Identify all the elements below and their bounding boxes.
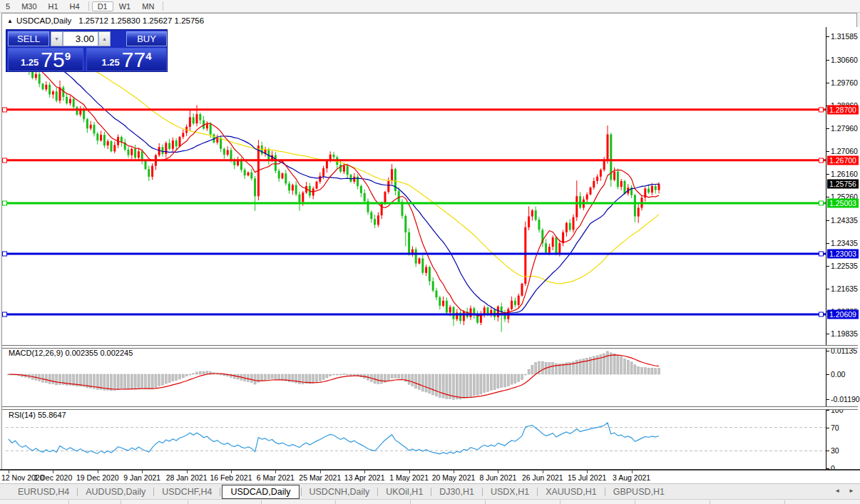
chart-tab-bar: EURUSD,H4AUDUSD,DailyUSDCHF,H4USDCAD,Dai… bbox=[0, 483, 860, 499]
axis-tick-label: 1.29760 bbox=[831, 78, 858, 87]
tab-gbpusd-h1[interactable]: GBPUSD,H1 bbox=[605, 485, 672, 498]
tab-usdchf-h4[interactable]: USDCHF,H4 bbox=[154, 485, 220, 498]
tab-usdcnh-daily[interactable]: USDCNH,Daily bbox=[302, 485, 378, 498]
date-label: 25 Mar 2021 bbox=[299, 473, 341, 482]
line-handle[interactable] bbox=[2, 201, 7, 206]
ma-line-8 bbox=[9, 44, 659, 316]
tab-usdcad-daily[interactable]: USDCAD,Daily bbox=[222, 485, 299, 499]
tab-usdx-h1[interactable]: USDX,H1 bbox=[483, 485, 537, 498]
axis-tick-mark bbox=[826, 243, 829, 244]
pane-separator[interactable] bbox=[2, 345, 858, 349]
axis-tick-label: 1.30660 bbox=[831, 56, 858, 64]
tab-eurusd-h4[interactable]: EURUSD,H4 bbox=[10, 485, 77, 498]
status-divider bbox=[121, 500, 121, 504]
line-handle[interactable] bbox=[819, 201, 824, 206]
status-strip bbox=[0, 499, 860, 504]
price-axis[interactable]: 1.315851.306601.297601.288601.279601.270… bbox=[826, 27, 860, 469]
date-label: 1 May 2021 bbox=[389, 473, 429, 482]
axis-tick-label: 1.22535 bbox=[831, 262, 858, 270]
axis-tick-label: 1.27060 bbox=[831, 147, 858, 155]
sell-button[interactable]: SELL bbox=[8, 31, 49, 46]
timeframe-button-mn[interactable]: MN bbox=[136, 1, 160, 11]
axis-tick-label: 70 bbox=[831, 423, 839, 432]
buy-button[interactable]: BUY bbox=[126, 31, 167, 46]
buy-price-small: 1.25 bbox=[101, 57, 121, 71]
axis-tick-mark bbox=[826, 266, 829, 267]
status-divider bbox=[188, 500, 188, 504]
axis-tick-mark bbox=[826, 334, 829, 334]
line-handle[interactable] bbox=[819, 252, 824, 257]
chart-header: ▲ USDCAD,Daily 1.25712 1.25830 1.25627 1… bbox=[7, 16, 204, 26]
chevron-up-icon: ▲ bbox=[102, 36, 107, 41]
chart-ohlc-values: 1.25712 1.25830 1.25627 1.25756 bbox=[78, 16, 204, 25]
sell-price-display[interactable]: 1.25 75 9 bbox=[8, 48, 83, 71]
line-handle[interactable] bbox=[2, 107, 7, 112]
timeframe-button-m30[interactable]: M30 bbox=[16, 1, 42, 11]
sell-price-sup: 9 bbox=[65, 48, 71, 62]
tab-ukoil-h1[interactable]: UKOil,H1 bbox=[378, 485, 431, 498]
tab-audusd-daily[interactable]: AUDUSD,Daily bbox=[78, 485, 153, 498]
one-click-trading-panel: SELL ▼ 3.00 ▲ BUY 1.25 75 9 1.25 77 4 bbox=[6, 29, 168, 72]
axis-tick-mark bbox=[826, 351, 829, 351]
buy-price-display[interactable]: 1.25 77 4 bbox=[86, 48, 167, 71]
axis-tick-mark bbox=[826, 451, 829, 451]
level-price-badge: 1.28700 bbox=[827, 105, 859, 114]
macd-histogram bbox=[8, 351, 660, 400]
timeframe-button-5[interactable]: 5 bbox=[0, 1, 16, 11]
line-handle[interactable] bbox=[819, 312, 824, 317]
axis-tick-mark bbox=[826, 289, 829, 289]
axis-tick-label: 1.27960 bbox=[831, 124, 858, 133]
date-label: 9 Jan 2021 bbox=[123, 473, 160, 482]
line-handle[interactable] bbox=[2, 158, 7, 163]
tab-separator bbox=[220, 488, 220, 496]
axis-tick-label: 1.21635 bbox=[831, 284, 858, 293]
axis-tick-mark bbox=[826, 128, 829, 129]
level-price-badge: 1.23003 bbox=[827, 250, 859, 259]
status-divider bbox=[710, 500, 710, 504]
pane-separator[interactable] bbox=[2, 406, 858, 410]
ma-line-45 bbox=[9, 44, 659, 284]
status-divider bbox=[68, 500, 69, 504]
axis-tick-label: 1.19835 bbox=[831, 329, 858, 338]
axis-tick-label: 30 bbox=[831, 446, 839, 455]
status-divider bbox=[635, 500, 635, 504]
current-price-badge: 1.25756 bbox=[827, 180, 859, 189]
tab-xauusd-h1[interactable]: XAUUSD,H1 bbox=[538, 485, 605, 498]
price-chart bbox=[6, 27, 826, 346]
status-divider bbox=[560, 500, 560, 504]
timeframe-button-w1[interactable]: W1 bbox=[113, 1, 137, 11]
toolbar-separator bbox=[88, 1, 89, 11]
axis-tick-mark bbox=[826, 60, 829, 61]
date-label: 1 Dec 2020 bbox=[34, 473, 73, 482]
buy-price-big: 77 bbox=[122, 48, 145, 71]
rsi-label: RSI(14) 55.8647 bbox=[9, 411, 66, 419]
scroll-left-icon[interactable]: ◄ bbox=[834, 488, 840, 494]
level-price-badge: 1.20609 bbox=[827, 310, 859, 319]
volume-increase-button[interactable]: ▲ bbox=[98, 31, 111, 46]
scroll-right-icon[interactable]: ► bbox=[849, 488, 854, 494]
timeframe-button-d1[interactable]: D1 bbox=[92, 1, 113, 11]
line-handle[interactable] bbox=[819, 107, 824, 112]
date-label: 19 Dec 2020 bbox=[76, 473, 119, 482]
axis-tick-mark bbox=[826, 399, 829, 400]
candles bbox=[8, 35, 660, 332]
axis-tick-mark bbox=[826, 151, 829, 152]
axis-tick-label: 0.00 bbox=[831, 370, 845, 379]
axis-tick-mark bbox=[826, 428, 829, 428]
tab-dj30-h1[interactable]: DJ30,H1 bbox=[431, 485, 482, 498]
line-handle[interactable] bbox=[819, 158, 824, 163]
date-label: 6 Mar 2021 bbox=[257, 473, 295, 482]
axis-tick-label: 1.24335 bbox=[831, 216, 858, 225]
line-handle[interactable] bbox=[2, 252, 7, 257]
volume-input[interactable]: 3.00 bbox=[63, 31, 98, 46]
timeframe-button-h4[interactable]: H4 bbox=[64, 1, 86, 11]
date-label: 20 May 2021 bbox=[432, 473, 476, 482]
timeframe-button-h1[interactable]: H1 bbox=[43, 1, 64, 11]
volume-decrease-button[interactable]: ▼ bbox=[51, 31, 63, 46]
collapse-triangle-icon[interactable]: ▲ bbox=[7, 18, 13, 24]
toolbar-separator bbox=[163, 1, 163, 11]
axis-tick-mark bbox=[826, 36, 829, 37]
date-axis[interactable]: 12 Nov 20201 Dec 202019 Dec 20209 Jan 20… bbox=[0, 469, 860, 483]
line-handle[interactable] bbox=[2, 312, 7, 317]
date-label: 26 Jun 2021 bbox=[522, 473, 563, 482]
